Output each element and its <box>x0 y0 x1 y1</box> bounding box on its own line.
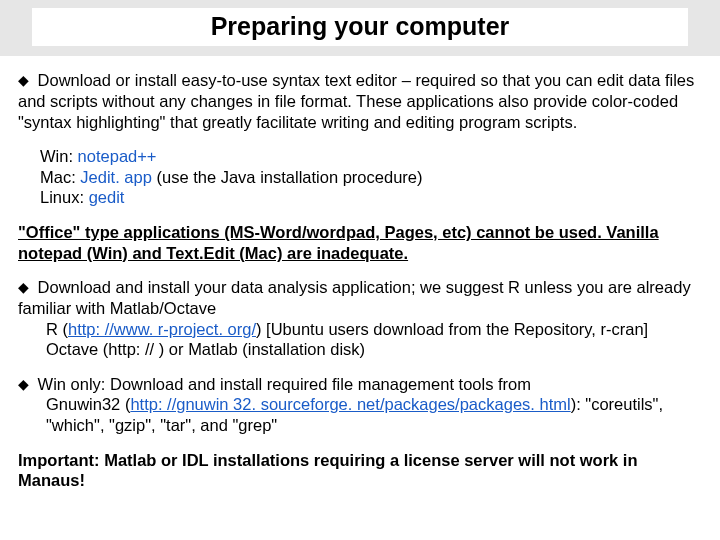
important-note: Important: Matlab or IDL installations r… <box>18 450 708 491</box>
gnuwin-label: Gnuwin32 ( <box>46 395 130 413</box>
gedit-link[interactable]: gedit <box>89 188 125 206</box>
analysis-lead: Download and install your data analysis … <box>18 278 691 317</box>
octave-line: Octave (http: // ) or Matlab (installati… <box>18 339 708 360</box>
linux-label: Linux: <box>40 188 89 206</box>
paragraph-editor-intro: ◆ Download or install easy-to-use syntax… <box>18 70 708 132</box>
diamond-bullet-icon: ◆ <box>18 376 29 394</box>
notepad-link[interactable]: notepad++ <box>78 147 157 165</box>
paragraph-gnuwin: ◆ Win only: Download and install require… <box>18 374 708 436</box>
gnuwin-line: Gnuwin32 (http: //gnuwin 32. sourceforge… <box>18 394 708 435</box>
content-body: ◆ Download or install easy-to-use syntax… <box>0 70 720 491</box>
mac-note: (use the Java installation procedure) <box>152 168 423 186</box>
page-title: Preparing your computer <box>32 8 688 46</box>
editor-mac-line: Mac: Jedit. app (use the Java installati… <box>40 167 708 188</box>
r-label: R ( <box>46 320 68 338</box>
diamond-bullet-icon: ◆ <box>18 279 29 297</box>
jedit-link[interactable]: Jedit. app <box>80 168 152 186</box>
mac-label: Mac: <box>40 168 80 186</box>
editor-win-line: Win: notepad++ <box>40 146 708 167</box>
editor-list: Win: notepad++ Mac: Jedit. app (use the … <box>18 146 708 208</box>
office-warning: "Office" type applications (MS-Word/word… <box>18 222 708 263</box>
gnuwin-lead: Win only: Download and install required … <box>33 375 531 393</box>
gnuwin-link[interactable]: http: //gnuwin 32. sourceforge. net/pack… <box>130 395 570 413</box>
editor-linux-line: Linux: gedit <box>40 187 708 208</box>
win-label: Win: <box>40 147 78 165</box>
r-tail: ) [Ubuntu users download from the Reposi… <box>256 320 648 338</box>
diamond-bullet-icon: ◆ <box>18 72 29 90</box>
r-line: R (http: //www. r-project. org/) [Ubuntu… <box>18 319 708 340</box>
editor-intro-text: Download or install easy-to-use syntax t… <box>18 71 694 130</box>
paragraph-data-analysis: ◆ Download and install your data analysi… <box>18 277 708 360</box>
r-project-link[interactable]: http: //www. r-project. org/ <box>68 320 256 338</box>
title-bar: Preparing your computer <box>0 0 720 56</box>
